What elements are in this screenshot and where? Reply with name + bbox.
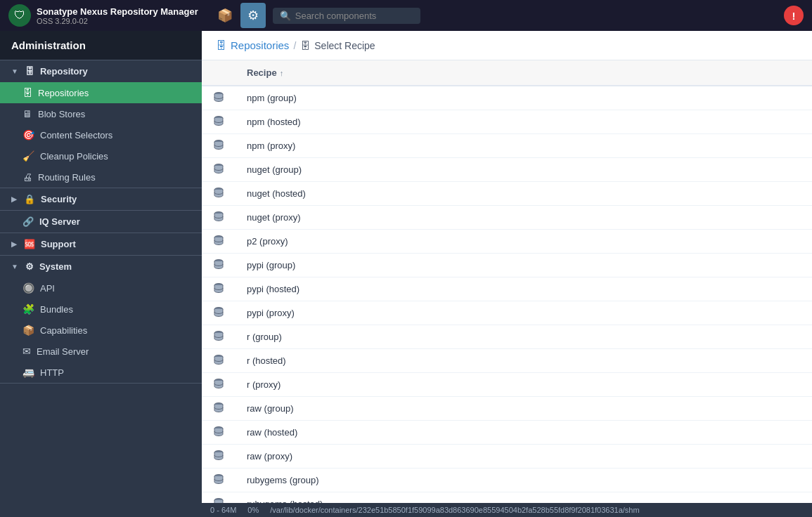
row-icon [202,373,236,397]
sidebar-section-iq-server: 🔗 IQ Server [0,211,202,233]
row-icon [202,110,236,134]
row-icon [202,182,236,206]
breadcrumb-link[interactable]: 🗄 Repositories [216,39,289,51]
sidebar-item-repositories[interactable]: 🗄 Repositories [0,82,202,103]
sidebar: Administration ▼ 🗄 Repository 🗄 Reposito… [0,31,202,517]
table-row[interactable]: r (group) [202,325,812,349]
table-row[interactable]: nuget (hosted) [202,182,812,206]
breadcrumb-link-label: Repositories [231,39,289,51]
row-icon [202,254,236,277]
sidebar-item-api[interactable]: 🔘 API [0,277,202,299]
bundles-icon: 🧩 [22,303,34,315]
sidebar-item-api-label: API [40,283,55,294]
table-row[interactable]: rubygems (hosted) [202,492,812,504]
sidebar-item-content-selectors-label: Content Selectors [40,130,112,140]
table-row[interactable]: raw (hosted) [202,421,812,445]
row-icon [202,86,236,110]
row-recipe-name: raw (hosted) [236,421,812,445]
sidebar-group-repository-label: Repository [40,66,88,77]
email-icon: ✉ [22,346,31,357]
row-icon [202,301,236,325]
sidebar-item-cleanup-policies-label: Cleanup Policies [40,151,108,162]
col-recipe[interactable]: Recipe ↑ [236,60,812,86]
sidebar-item-blob-stores[interactable]: 🖥 Blob Stores [0,103,202,124]
app-title-block: Sonatype Nexus Repository Manager OSS 3.… [37,6,198,25]
table-row[interactable]: pypi (proxy) [202,301,812,325]
row-recipe-name: nuget (hosted) [236,182,812,206]
sidebar-item-email-server-label: Email Server [37,346,89,357]
sidebar-item-routing-rules-label: Routing Rules [38,172,96,183]
db-icon: 🗄 [22,87,32,98]
row-icon [202,277,236,301]
row-icon [202,445,236,469]
breadcrumb-current-icon: 🗄 [300,40,310,51]
sidebar-item-bundles[interactable]: 🧩 Bundles [0,299,202,320]
row-icon [202,349,236,373]
sidebar-group-system-label: System [39,261,72,272]
table-row[interactable]: pypi (hosted) [202,277,812,301]
api-icon: 🔘 [22,282,34,294]
package-icon-btn[interactable]: 📦 [212,3,238,28]
sidebar-item-email-server[interactable]: ✉ Email Server [0,341,202,362]
sidebar-section-repository: ▼ 🗄 Repository 🗄 Repositories 🖥 Blob Sto… [0,60,202,188]
sidebar-group-security[interactable]: ▶ 🔒 Security [0,188,202,210]
table-row[interactable]: nuget (group) [202,158,812,182]
sidebar-item-content-selectors[interactable]: 🎯 Content Selectors [0,124,202,145]
security-group-icon: 🔒 [24,194,35,204]
sidebar-item-capabilities-label: Capabilities [40,325,87,336]
row-recipe-name: p2 (proxy) [236,230,812,254]
sidebar-item-capabilities[interactable]: 📦 Capabilities [0,320,202,341]
system-group-icon: ⚙ [25,261,34,272]
row-recipe-name: pypi (proxy) [236,301,812,325]
sort-asc-icon: ↑ [280,69,284,77]
sidebar-item-repositories-label: Repositories [38,88,89,98]
http-icon: 🚐 [22,367,34,378]
table-row[interactable]: p2 (proxy) [202,230,812,254]
search-input[interactable] [295,11,408,21]
sidebar-group-security-label: Security [41,194,77,204]
alert-button[interactable]: ! [784,6,804,25]
recipe-table: Recipe ↑ npm (group) npm (hosted) npm (p… [202,60,812,503]
table-row[interactable]: raw (group) [202,397,812,421]
sidebar-item-cleanup-policies[interactable]: 🧹 Cleanup Policies [0,145,202,166]
row-recipe-name: raw (group) [236,397,812,421]
search-icon: 🔍 [280,11,291,21]
table-row[interactable]: pypi (group) [202,254,812,277]
sidebar-group-system[interactable]: ▼ ⚙ System [0,256,202,277]
sidebar-group-support[interactable]: ▶ 🆘 Support [0,233,202,255]
table-row[interactable]: r (hosted) [202,349,812,373]
row-icon [202,325,236,349]
recipe-table-area: Recipe ↑ npm (group) npm (hosted) npm (p… [202,60,812,503]
sidebar-group-iq-server-label: IQ Server [39,216,80,227]
sidebar-item-http[interactable]: 🚐 HTTP [0,362,202,383]
settings-icon-btn[interactable]: ⚙ [240,3,266,28]
table-row[interactable]: npm (proxy) [202,134,812,158]
statusbar: 0 - 64M 0% /var/lib/docker/containers/23… [202,503,812,517]
topnav: 🛡 Sonatype Nexus Repository Manager OSS … [0,0,812,31]
sidebar-section-support: ▶ 🆘 Support [0,233,202,256]
table-row[interactable]: rubygems (group) [202,469,812,492]
row-recipe-name: npm (group) [236,86,812,110]
table-row[interactable]: raw (proxy) [202,445,812,469]
row-icon [202,134,236,158]
breadcrumb-current-label: Select Recipe [314,40,375,51]
sidebar-section-security: ▶ 🔒 Security [0,188,202,211]
chevron-right-icon: ▶ [11,195,17,203]
breadcrumb: 🗄 Repositories / 🗄 Select Recipe [202,31,812,60]
table-row[interactable]: r (proxy) [202,373,812,397]
sidebar-group-iq-server[interactable]: 🔗 IQ Server [0,211,202,233]
row-recipe-name: pypi (hosted) [236,277,812,301]
row-recipe-name: nuget (proxy) [236,206,812,230]
table-row[interactable]: npm (hosted) [202,110,812,134]
repository-group-icon: 🗄 [25,66,34,77]
row-icon [202,206,236,230]
row-recipe-name: npm (hosted) [236,110,812,134]
sidebar-item-routing-rules[interactable]: 🖨 Routing Rules [0,166,202,188]
row-icon [202,492,236,504]
table-row[interactable]: nuget (proxy) [202,206,812,230]
main-layout: Administration ▼ 🗄 Repository 🗄 Reposito… [0,31,812,517]
table-row[interactable]: npm (group) [202,86,812,110]
sidebar-group-repository[interactable]: ▼ 🗄 Repository [0,60,202,82]
row-recipe-name: npm (proxy) [236,134,812,158]
chevron-down-icon-system: ▼ [11,263,18,270]
